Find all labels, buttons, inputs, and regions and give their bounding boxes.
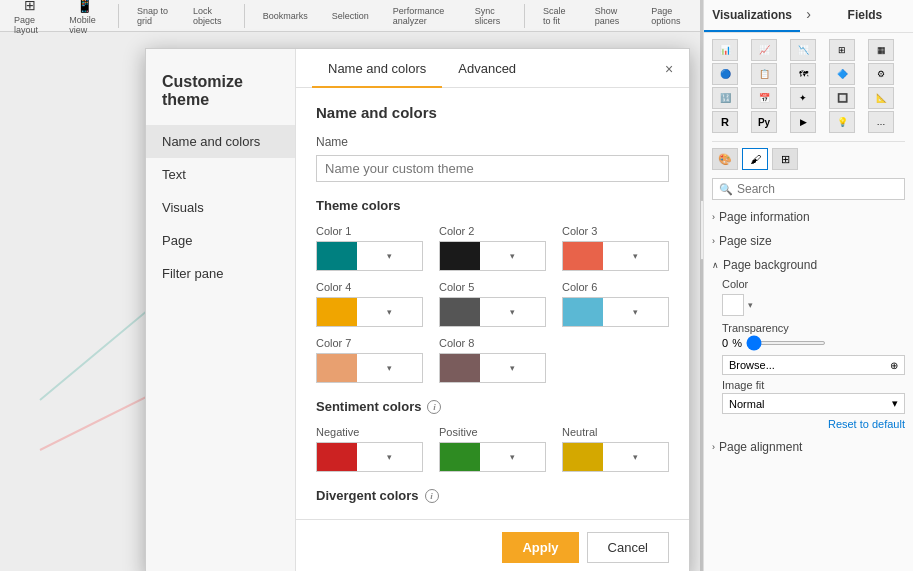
format-icon[interactable]: 🎨 bbox=[712, 148, 738, 170]
page-alignment-chevron: › bbox=[712, 442, 715, 452]
positive-item: Positive ▾ bbox=[439, 426, 546, 472]
negative-label: Negative bbox=[316, 426, 423, 438]
sidebar-item-page[interactable]: Page bbox=[146, 224, 295, 257]
viz-py[interactable]: Py bbox=[751, 111, 777, 133]
tab-name-colors[interactable]: Name and colors bbox=[312, 49, 442, 88]
mobile-view-btn[interactable]: 📱 Mobile view bbox=[63, 0, 106, 37]
page-options-label: Page options bbox=[651, 6, 686, 26]
fields-icon[interactable]: ⊞ bbox=[772, 148, 798, 170]
bg-color-dropdown[interactable]: ▾ bbox=[748, 300, 753, 310]
content-area: Name and colors Name Theme colors Color … bbox=[296, 88, 689, 519]
page-layout-btn[interactable]: ⊞ Page layout bbox=[8, 0, 51, 37]
viz-line-chart[interactable]: 📈 bbox=[751, 39, 777, 61]
close-button[interactable]: × bbox=[659, 59, 679, 79]
viz-donut[interactable]: 🔵 bbox=[712, 63, 738, 85]
tab-advanced[interactable]: Advanced bbox=[442, 49, 532, 88]
color3-selector[interactable]: ▾ bbox=[562, 241, 669, 271]
viz-table[interactable]: 📋 bbox=[751, 63, 777, 85]
color7-item: Color 7 ▾ bbox=[316, 337, 423, 383]
viz-treemap[interactable]: 🔷 bbox=[829, 63, 855, 85]
tab-visualizations[interactable]: Visualizations bbox=[704, 0, 800, 32]
snap-grid-btn[interactable]: Snap to grid bbox=[131, 4, 175, 28]
perf-analyzer-btn[interactable]: Performance analyzer bbox=[387, 4, 457, 28]
page-info-chevron: › bbox=[712, 212, 715, 222]
viz-area-chart[interactable]: 📉 bbox=[790, 39, 816, 61]
browse-button[interactable]: Browse... ⊕ bbox=[722, 355, 905, 375]
viz-kpi[interactable]: ✦ bbox=[790, 87, 816, 109]
negative-item: Negative ▾ bbox=[316, 426, 423, 472]
color2-selector[interactable]: ▾ bbox=[439, 241, 546, 271]
viz-map[interactable]: 🗺 bbox=[790, 63, 816, 85]
viz-slicer[interactable]: 🔲 bbox=[829, 87, 855, 109]
bg-color-swatch[interactable] bbox=[722, 294, 744, 316]
bg-color-label: Color bbox=[722, 278, 748, 290]
viz-scatter[interactable]: ⊞ bbox=[829, 39, 855, 61]
viz-shape[interactable]: 📐 bbox=[868, 87, 894, 109]
viz-more1[interactable]: ▶ bbox=[790, 111, 816, 133]
transparency-label: Transparency bbox=[722, 322, 789, 334]
color2-label: Color 2 bbox=[439, 225, 546, 237]
color4-selector[interactable]: ▾ bbox=[316, 297, 423, 327]
page-bg-header[interactable]: ∧ Page background bbox=[712, 256, 905, 274]
viz-r[interactable]: R bbox=[712, 111, 738, 133]
sync-slicers-btn[interactable]: Sync slicers bbox=[469, 4, 513, 28]
color7-chevron: ▾ bbox=[357, 363, 422, 373]
viz-card[interactable]: 🔢 bbox=[712, 87, 738, 109]
lock-objects-btn[interactable]: Lock objects bbox=[187, 4, 232, 28]
viz-more2[interactable]: 💡 bbox=[829, 111, 855, 133]
bookmarks-btn[interactable]: Bookmarks bbox=[257, 9, 314, 23]
dialog-footer: Apply Cancel bbox=[296, 519, 689, 571]
right-panel: Visualizations › Fields 📊 📈 📉 ⊞ ▦ 🔵 📋 🗺 … bbox=[703, 0, 913, 571]
scale-fit-btn[interactable]: Scale to fit bbox=[537, 4, 577, 28]
perf-analyzer-label: Performance analyzer bbox=[393, 6, 451, 26]
apply-button[interactable]: Apply bbox=[502, 532, 578, 563]
customize-theme-dialog: Customize theme Name and colors Text Vis… bbox=[145, 48, 690, 571]
color5-selector[interactable]: ▾ bbox=[439, 297, 546, 327]
show-panes-btn[interactable]: Show panes bbox=[589, 4, 634, 28]
color6-item: Color 6 ▾ bbox=[562, 281, 669, 327]
viz-search-input[interactable] bbox=[737, 182, 898, 196]
transparency-slider[interactable] bbox=[746, 341, 826, 345]
page-size-section: › Page size bbox=[712, 232, 905, 250]
selection-btn[interactable]: Selection bbox=[326, 9, 375, 23]
sidebar-item-filter-pane[interactable]: Filter pane bbox=[146, 257, 295, 290]
image-fit-dropdown[interactable]: Normal ▾ bbox=[722, 393, 905, 414]
color1-selector[interactable]: ▾ bbox=[316, 241, 423, 271]
viz-more3[interactable]: … bbox=[868, 111, 894, 133]
page-options-btn[interactable]: Page options bbox=[645, 4, 692, 28]
color7-swatch bbox=[317, 354, 357, 382]
viz-calendar[interactable]: 📅 bbox=[751, 87, 777, 109]
viz-gauge[interactable]: ⚙ bbox=[868, 63, 894, 85]
positive-selector[interactable]: ▾ bbox=[439, 442, 546, 472]
analytics-icon[interactable]: 🖌 bbox=[742, 148, 768, 170]
viz-pie[interactable]: ▦ bbox=[868, 39, 894, 61]
viz-bar-chart[interactable]: 📊 bbox=[712, 39, 738, 61]
page-alignment-header[interactable]: › Page alignment bbox=[712, 438, 905, 456]
section-title: Name and colors bbox=[316, 104, 669, 121]
reset-to-default[interactable]: Reset to default bbox=[722, 416, 905, 432]
positive-chevron: ▾ bbox=[480, 452, 545, 462]
page-size-header[interactable]: › Page size bbox=[712, 232, 905, 250]
page-info-header[interactable]: › Page information bbox=[712, 208, 905, 226]
cancel-button[interactable]: Cancel bbox=[587, 532, 669, 563]
color3-label: Color 3 bbox=[562, 225, 669, 237]
tab-fields[interactable]: Fields bbox=[817, 0, 913, 32]
positive-swatch bbox=[440, 443, 480, 471]
search-icon: 🔍 bbox=[719, 183, 733, 196]
viz-expand-icon[interactable]: › bbox=[800, 0, 817, 32]
sidebar-item-name-colors[interactable]: Name and colors bbox=[146, 125, 295, 158]
page-information-section: › Page information bbox=[712, 208, 905, 226]
color7-selector[interactable]: ▾ bbox=[316, 353, 423, 383]
negative-selector[interactable]: ▾ bbox=[316, 442, 423, 472]
sync-slicers-label: Sync slicers bbox=[475, 6, 507, 26]
color4-label: Color 4 bbox=[316, 281, 423, 293]
color6-selector[interactable]: ▾ bbox=[562, 297, 669, 327]
color1-chevron: ▾ bbox=[357, 251, 422, 261]
sidebar-item-visuals[interactable]: Visuals bbox=[146, 191, 295, 224]
sidebar-item-text[interactable]: Text bbox=[146, 158, 295, 191]
page-background-section: ∧ Page background Color ▾ Transparency 0… bbox=[712, 256, 905, 432]
name-input[interactable] bbox=[316, 155, 669, 182]
name-label: Name bbox=[316, 135, 669, 149]
neutral-selector[interactable]: ▾ bbox=[562, 442, 669, 472]
color8-selector[interactable]: ▾ bbox=[439, 353, 546, 383]
